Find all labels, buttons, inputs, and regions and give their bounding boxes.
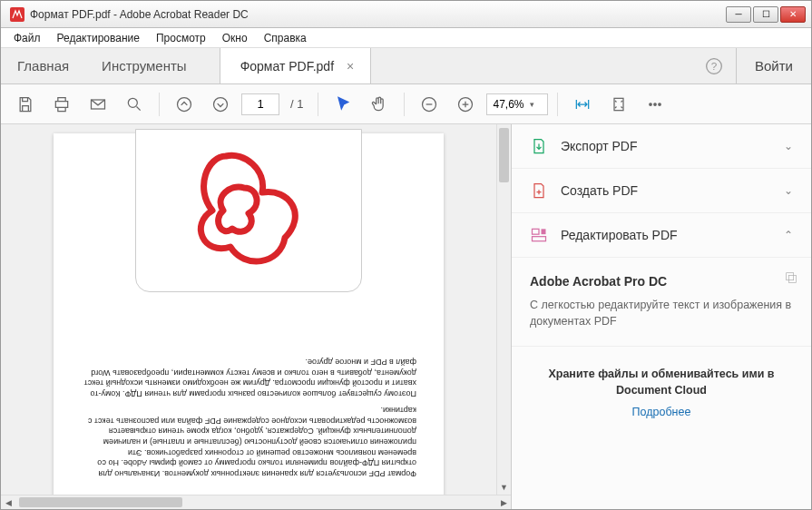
- promo-title: Adobe Acrobat Pro DC: [530, 274, 793, 289]
- pdf-page: Формат PDF используется для хранения эле…: [54, 133, 444, 495]
- svg-point-12: [658, 103, 660, 105]
- export-icon: [530, 137, 548, 155]
- page-total-label: / 1: [290, 97, 303, 111]
- menu-window[interactable]: Окно: [215, 30, 255, 46]
- svg-rect-15: [542, 229, 546, 234]
- close-button[interactable]: ✕: [780, 6, 806, 23]
- chevron-up-icon: ⌃: [784, 229, 793, 241]
- maximize-button[interactable]: ☐: [753, 6, 778, 23]
- pdf-text-content: Формат PDF используется для хранения эле…: [81, 350, 416, 478]
- cloud-section: Храните файлы и обменивайтесь ими в Docu…: [512, 347, 811, 439]
- sidepanel-create-pdf[interactable]: Создать PDF ⌄: [512, 169, 811, 213]
- horizontal-scrollbar[interactable]: ◀ ▶: [1, 495, 511, 509]
- save-button[interactable]: [10, 89, 41, 120]
- cloud-text: Храните файлы и обменивайтесь ими в Docu…: [533, 367, 789, 398]
- menu-edit[interactable]: Редактирование: [50, 30, 147, 46]
- minimize-button[interactable]: ─: [726, 6, 751, 23]
- tab-document[interactable]: Формат PDF.pdf ×: [220, 48, 372, 83]
- svg-text:?: ?: [711, 60, 718, 72]
- adobe-pdf-icon: [176, 142, 321, 279]
- sidepanel-edit-pdf[interactable]: Редактировать PDF ⌃: [512, 213, 811, 258]
- scroll-right-arrow[interactable]: ▶: [496, 498, 511, 507]
- fit-width-icon: [573, 95, 592, 113]
- svg-rect-13: [533, 229, 540, 234]
- promo-text: С легкостью редактируйте текст и изображ…: [530, 298, 793, 329]
- chevron-down-icon: ⌄: [784, 140, 793, 152]
- svg-rect-9: [614, 98, 623, 110]
- svg-point-10: [649, 103, 651, 105]
- page-up-button[interactable]: [169, 89, 200, 120]
- edit-label: Редактировать PDF: [561, 228, 784, 242]
- create-icon: [530, 181, 548, 200]
- pdf-logo-box: [135, 129, 362, 292]
- selection-tool-button[interactable]: [328, 89, 358, 120]
- svg-point-4: [128, 98, 137, 107]
- search-icon: [125, 95, 143, 113]
- scroll-down-arrow[interactable]: ▼: [497, 480, 511, 495]
- svg-point-11: [653, 103, 656, 105]
- tab-document-label: Формат PDF.pdf: [240, 59, 334, 74]
- svg-point-6: [214, 97, 228, 111]
- svg-point-5: [178, 97, 191, 111]
- menu-help[interactable]: Справка: [257, 30, 314, 46]
- cloud-learn-more-link[interactable]: Подробнее: [632, 406, 691, 418]
- arrow-up-icon: [175, 95, 193, 113]
- zoom-select[interactable]: 47,6%: [486, 93, 547, 115]
- menu-view[interactable]: Просмотр: [149, 30, 213, 46]
- hand-icon: [370, 95, 388, 113]
- minus-icon: [420, 95, 438, 113]
- vertical-scrollbar[interactable]: ▲ ▼: [496, 124, 511, 495]
- export-label: Экспорт PDF: [561, 139, 784, 153]
- zoom-value: 47,6%: [493, 98, 523, 111]
- fit-page-button[interactable]: [603, 89, 634, 120]
- create-label: Создать PDF: [561, 183, 784, 198]
- tab-home[interactable]: Главная: [1, 48, 85, 83]
- document-area: Формат PDF используется для хранения эле…: [1, 124, 512, 509]
- hand-tool-button[interactable]: [364, 89, 395, 120]
- fit-width-button[interactable]: [567, 89, 598, 120]
- app-icon: [10, 7, 24, 22]
- promo-section: Adobe Acrobat Pro DC С легкостью редакти…: [512, 258, 811, 347]
- sidepanel-export-pdf[interactable]: Экспорт PDF ⌄: [512, 124, 811, 169]
- titlebar: Формат PDF.pdf - Adobe Acrobat Reader DC…: [1, 1, 811, 28]
- print-button[interactable]: [46, 89, 77, 120]
- chevron-down-icon: ⌄: [784, 184, 793, 197]
- tab-tools[interactable]: Инструменты: [85, 48, 203, 83]
- zoom-in-button[interactable]: [450, 89, 481, 120]
- svg-rect-17: [787, 273, 794, 280]
- save-icon: [16, 95, 34, 113]
- email-icon: [89, 95, 107, 113]
- tab-close-icon[interactable]: ×: [347, 59, 354, 74]
- print-icon: [53, 95, 71, 113]
- edit-icon: [530, 226, 548, 244]
- menubar: Файл Редактирование Просмотр Окно Справк…: [1, 28, 811, 48]
- page-down-button[interactable]: [205, 89, 236, 120]
- page-number-input[interactable]: [241, 93, 279, 115]
- tools-sidepanel: Экспорт PDF ⌄ Создать PDF ⌄ Редактироват…: [512, 124, 811, 509]
- login-button[interactable]: Войти: [736, 48, 811, 83]
- window-title: Формат PDF.pdf - Adobe Acrobat Reader DC: [30, 8, 726, 21]
- more-tools-button[interactable]: [640, 89, 670, 120]
- toolbar: / 1 47,6%: [1, 84, 811, 124]
- help-icon: ?: [705, 57, 723, 75]
- vertical-scroll-thumb[interactable]: [499, 128, 509, 182]
- copy-icon: [784, 270, 798, 285]
- help-button[interactable]: ?: [692, 48, 736, 83]
- email-button[interactable]: [83, 89, 113, 120]
- zoom-out-button[interactable]: [414, 89, 445, 120]
- cursor-icon: [334, 95, 352, 113]
- document-viewport[interactable]: Формат PDF используется для хранения эле…: [1, 124, 496, 495]
- more-icon: [646, 95, 664, 113]
- tabbar: Главная Инструменты Формат PDF.pdf × ? В…: [1, 48, 811, 84]
- search-button[interactable]: [119, 89, 150, 120]
- svg-rect-16: [788, 275, 796, 282]
- menu-file[interactable]: Файл: [6, 30, 48, 46]
- arrow-down-icon: [211, 95, 230, 113]
- svg-rect-14: [533, 237, 546, 241]
- plus-icon: [456, 95, 474, 113]
- horizontal-scroll-thumb[interactable]: [19, 497, 182, 507]
- scroll-left-arrow[interactable]: ◀: [1, 498, 15, 507]
- fit-page-icon: [610, 95, 628, 113]
